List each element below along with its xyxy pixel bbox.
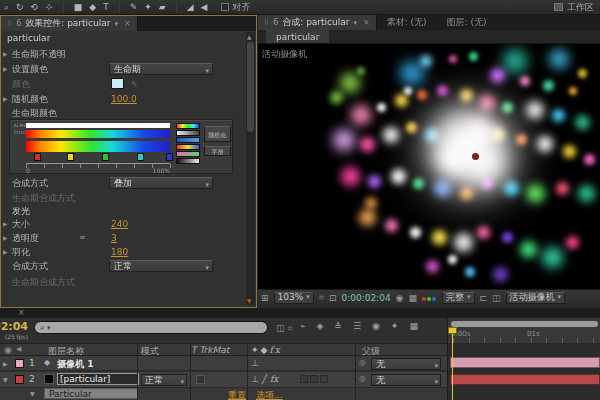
region-of-interest-icon[interactable]: ⊡	[329, 293, 337, 303]
layer-bar-camera[interactable]	[450, 357, 600, 368]
twirl-icon[interactable]: ▶	[3, 231, 8, 245]
gradient-stop-2[interactable]	[102, 153, 109, 161]
expand-icon[interactable]: ⊞	[261, 293, 269, 303]
column-trkmat[interactable]: T TrkMat	[191, 345, 229, 355]
row-glow-section[interactable]: 发光	[1, 204, 245, 218]
snapshot-icon[interactable]: ◉	[396, 293, 404, 303]
twirl-icon[interactable]: ▶	[3, 217, 8, 231]
random-color-value[interactable]: 100.0	[111, 92, 137, 106]
glow-feather-value[interactable]: 180	[111, 245, 128, 259]
gradient-stop-1[interactable]	[67, 153, 74, 161]
trkmat-checkbox[interactable]	[196, 375, 205, 384]
timeline-option-icon-4[interactable]: ◉	[372, 321, 380, 331]
timeline-option-icon-2[interactable]: ≙	[334, 321, 342, 331]
tool-icon-5[interactable]: ◆	[89, 2, 96, 12]
tool-icon-6[interactable]: T	[103, 2, 109, 12]
tab-footage[interactable]: 素材: (无)	[377, 15, 437, 30]
resolution-dropdown[interactable]: 完整 ▾	[442, 292, 475, 304]
tool-icon-7[interactable]: ✎	[130, 2, 138, 12]
search-input[interactable]: ⌕ ▾	[34, 321, 268, 334]
viewer-timecode[interactable]: 0:00:02:04	[341, 293, 390, 303]
twirl-icon[interactable]: ▶	[3, 245, 8, 259]
layer-name-editbox[interactable]: [particular]	[57, 373, 139, 385]
gradient-preset-5[interactable]	[176, 158, 200, 164]
gradient-alpha-bar[interactable]	[26, 123, 170, 128]
parent-dropdown[interactable]: 无 ▾	[371, 358, 441, 370]
gradient-stop-0[interactable]	[34, 153, 41, 161]
show-channel-icon[interactable]	[422, 293, 437, 303]
twirl-icon[interactable]: ▼	[3, 376, 8, 383]
gradient-smooth-button[interactable]: 平滑	[204, 146, 231, 156]
scrollbar[interactable]: ▲ ▼	[246, 32, 255, 305]
fast-preview-icon[interactable]: ⊏	[480, 293, 488, 303]
twirl-icon[interactable]: ▶	[3, 360, 8, 367]
twirl-icon[interactable]: ▶	[3, 62, 8, 76]
effect-name[interactable]: Particular	[44, 388, 138, 399]
glow-size-value[interactable]: 240	[111, 217, 128, 231]
tab-layer[interactable]: 图层: (无)	[437, 15, 497, 30]
gradient-main-bar[interactable]	[26, 141, 170, 152]
gradient-preset-1[interactable]	[176, 130, 200, 136]
transfer-mode-dropdown[interactable]: 叠加 ▾	[109, 177, 213, 189]
emitter-point[interactable]	[472, 153, 479, 160]
twirl-icon[interactable]: ▼	[30, 390, 35, 397]
glow-mode-dropdown[interactable]: 正常 ▾	[109, 260, 213, 272]
tool-icon-8[interactable]: ✦	[144, 2, 152, 12]
layer-switches[interactable]: ⊥	[251, 358, 259, 368]
tool-icon-9[interactable]: ▰	[159, 2, 166, 12]
pickwhip-icon[interactable]: ◎	[359, 374, 366, 383]
glow-opacity-value[interactable]: 3	[111, 231, 117, 245]
twirl-icon[interactable]: ▶	[3, 47, 8, 61]
gradient-preset-2[interactable]	[176, 137, 200, 143]
timeline-option-icon-0[interactable]: ⌁	[300, 321, 305, 331]
gradient-ruler[interactable]: 0 100%	[26, 163, 170, 172]
timeline-mini-icons[interactable]: ◫⌗	[276, 323, 296, 334]
layer-color-swatch[interactable]	[15, 375, 24, 384]
scrollbar-thumb[interactable]	[247, 42, 254, 132]
layer-bar-particular[interactable]	[450, 374, 600, 385]
scroll-up-icon[interactable]: ▲	[247, 33, 252, 40]
tool-icon-2[interactable]: ⟲	[31, 2, 39, 12]
effect-options-link[interactable]: 选项...	[256, 389, 283, 400]
twirl-icon[interactable]: ▶	[3, 92, 8, 106]
time-ruler[interactable]: 0:00s01s	[447, 318, 600, 343]
layer-color-swatch[interactable]	[15, 359, 24, 368]
composition-view[interactable]: 活动摄像机	[258, 44, 600, 289]
tab-composition[interactable]: ⠿ 6 合成: particular ▾ ×	[258, 15, 377, 30]
tool-icon-3[interactable]: ⊹	[45, 2, 53, 12]
tab-effect-controls[interactable]: ⠿ 6 效果控件: particular ▾ ×	[1, 16, 138, 31]
gradient-preset-4[interactable]	[176, 151, 200, 157]
parent-dropdown[interactable]: 无 ▾	[371, 374, 441, 386]
safe-margins-icon[interactable]: ⌗	[319, 292, 324, 303]
gradient-randomize-button[interactable]: 随机化	[204, 126, 231, 142]
playhead-line[interactable]	[452, 328, 453, 400]
set-color-dropdown[interactable]: 生命期 ▾	[109, 63, 213, 75]
row-opacity-over-life[interactable]: ▶ 生命期不透明	[1, 47, 245, 61]
mode-dropdown[interactable]: 正常 ▾	[141, 374, 187, 386]
current-time-display[interactable]: 0:00:02:04	[0, 320, 30, 333]
panel-menu-icon[interactable]: ▾	[353, 19, 357, 27]
gradient-preset-3[interactable]	[176, 144, 200, 150]
scroll-down-icon[interactable]: ▼	[247, 297, 252, 304]
timeline-option-icon-1[interactable]: ◈	[316, 321, 323, 331]
playhead-handle[interactable]	[448, 327, 457, 334]
pickwhip-icon[interactable]: ◎	[359, 358, 366, 367]
tool-icon-0[interactable]: ⌕	[4, 2, 9, 13]
subtab-particular[interactable]: particular	[266, 30, 329, 43]
camera-view-dropdown[interactable]: 活动摄像机 ▾	[506, 292, 566, 304]
time-navigator[interactable]	[451, 321, 598, 327]
gradient-stop-3[interactable]	[137, 153, 144, 161]
tool-icon-4[interactable]: ■	[74, 2, 83, 12]
panel-menu-icon[interactable]: ▾	[114, 20, 118, 28]
timeline-option-icon-5[interactable]: ✦	[391, 321, 399, 331]
transparency-grid-icon[interactable]: ▦	[408, 293, 417, 303]
gradient-editor[interactable]: ALPHA COLOR 0 100% 随机化 平滑	[9, 119, 233, 174]
tool-icon-1[interactable]: ↻	[16, 2, 24, 12]
align-checkbox-box[interactable]	[221, 3, 229, 11]
eyedropper-icon[interactable]: ✎	[131, 78, 138, 92]
close-icon[interactable]: ×	[363, 18, 370, 27]
align-checkbox[interactable]: 对齐	[221, 1, 250, 14]
close-icon[interactable]: ×	[18, 308, 25, 317]
workspace-switcher[interactable]: 工作区	[554, 1, 594, 14]
layer-name[interactable]: 摄像机 1	[57, 358, 93, 371]
